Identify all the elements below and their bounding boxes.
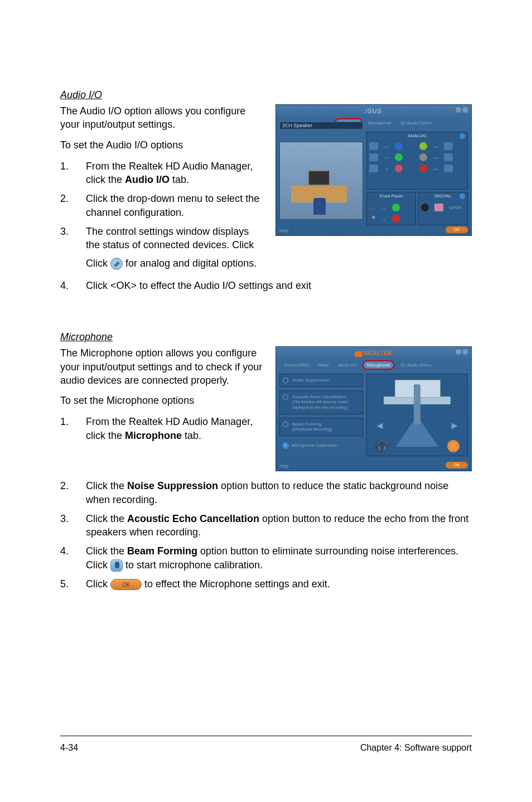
step-number: 4. bbox=[60, 544, 86, 572]
jack-red[interactable] bbox=[419, 165, 427, 172]
option-sublabel: (The function will become useful startin… bbox=[292, 400, 349, 409]
channel-dropdown[interactable]: 2CH Speaker bbox=[279, 122, 363, 129]
step-text: tab. bbox=[170, 174, 189, 185]
audio-step-1: 1. From the Realtek HD Audio Manager, cl… bbox=[60, 160, 265, 187]
step-text: for analog and digital options. bbox=[125, 258, 257, 269]
step-bold: Audio I/O bbox=[125, 174, 170, 185]
minimize-icon[interactable] bbox=[456, 107, 461, 113]
jack-front-red[interactable] bbox=[392, 215, 400, 223]
jack-grey[interactable] bbox=[419, 153, 427, 161]
calibrate-button[interactable] bbox=[447, 440, 460, 452]
option-label: Microphone Calibration bbox=[292, 443, 337, 448]
radio-icon[interactable] bbox=[283, 378, 288, 383]
wrench-icon bbox=[110, 258, 123, 270]
jack-lime[interactable] bbox=[419, 142, 427, 150]
step-text: to start microphone calibration. bbox=[123, 559, 263, 571]
step-text: tab. bbox=[182, 430, 201, 441]
step-number: 1. bbox=[60, 415, 86, 442]
minimize-icon[interactable] bbox=[456, 349, 461, 355]
jack-icon bbox=[369, 153, 378, 161]
radio-icon[interactable] bbox=[283, 422, 288, 427]
step-number: 2. bbox=[60, 479, 86, 506]
page-footer: 4-34 Chapter 4: Software support bbox=[60, 736, 472, 753]
help-link[interactable]: Help bbox=[279, 228, 288, 233]
mic-step-1: 1. From the Realtek HD Audio Manager, cl… bbox=[60, 415, 265, 442]
window-controls[interactable] bbox=[456, 107, 468, 113]
step-number: 1. bbox=[60, 160, 86, 187]
panel-title: DIGITAL bbox=[434, 194, 452, 199]
tab-mixer[interactable]: Mixer bbox=[315, 361, 333, 369]
step-text: to effect the Microphone settings and ex… bbox=[142, 578, 330, 590]
digital-panel: DIGITAL S/PDIF bbox=[418, 192, 468, 225]
jack-pink[interactable] bbox=[395, 165, 403, 172]
ok-button[interactable]: OK bbox=[446, 226, 468, 233]
radio-icon[interactable] bbox=[283, 394, 288, 400]
option-sublabel: (Directional Recording) bbox=[292, 427, 332, 431]
tab-audio-io[interactable]: Audio I/O bbox=[335, 361, 360, 369]
jack-digital[interactable] bbox=[421, 204, 429, 211]
jack-green[interactable] bbox=[395, 153, 403, 161]
option-label: Acoustic Echo Cancellation bbox=[292, 394, 346, 399]
option-label: Beam Forming bbox=[292, 422, 321, 427]
audio-io-heading: Audio I/O bbox=[60, 89, 472, 101]
settings-wrench-icon[interactable] bbox=[460, 133, 465, 139]
jack-front-green[interactable] bbox=[392, 204, 400, 211]
echo-cancellation-option[interactable]: Acoustic Echo Cancellation (The function… bbox=[279, 390, 363, 414]
audio-io-intro: The Audio I/O option allows you configur… bbox=[60, 104, 265, 132]
mic-calibration-option[interactable]: i Microphone Calibration bbox=[279, 439, 363, 452]
mic-step-4: 4. Click the Beam Forming option button … bbox=[60, 544, 472, 572]
step-number: 2. bbox=[60, 192, 86, 219]
front-panel: Front Panel 🎧→ 🎤→ bbox=[366, 192, 416, 225]
tab-microphone[interactable]: Microphone bbox=[362, 360, 395, 370]
tab-3d-audio-demo[interactable]: 3D Audio Demo bbox=[396, 119, 434, 127]
chapter-label: Chapter 4: Software support bbox=[360, 743, 472, 753]
audio-io-subintro: To set the Audio I/O options bbox=[60, 138, 265, 152]
step-number: 5. bbox=[60, 577, 86, 591]
step-number: 3. bbox=[60, 225, 86, 252]
tab-3d-audio-demo[interactable]: 3D Audio Demo bbox=[396, 361, 434, 369]
jack-blue[interactable] bbox=[395, 142, 403, 150]
step-text: Click the bbox=[86, 480, 127, 491]
close-icon[interactable] bbox=[462, 107, 468, 113]
step-number: 4. bbox=[60, 279, 86, 292]
step-text: Click <OK> to effect the Audio I/O setti… bbox=[86, 279, 472, 292]
mic-visual-panel: ◄► 🎧 bbox=[366, 374, 468, 456]
step-bold: Noise Suppression bbox=[127, 480, 218, 491]
step-text: Click the bbox=[86, 513, 127, 524]
jack-icon bbox=[369, 142, 378, 150]
audio-step-2: 2. Click the drop-down menu to select th… bbox=[60, 192, 265, 219]
tab-bar: Sound Effect Mixer Audio I/O Microphone … bbox=[276, 359, 471, 370]
ok-button[interactable]: OK bbox=[446, 462, 468, 468]
brand-logo: /SUS bbox=[365, 108, 382, 114]
beam-cone-graphic bbox=[396, 416, 438, 447]
microphone-intro: The Microphone option allows you configu… bbox=[60, 346, 265, 387]
info-icon[interactable]: i bbox=[282, 442, 289, 449]
speaker-icon bbox=[444, 142, 453, 150]
microphone-screenshot: REALTEK Sound Effect Mixer Audio I/O Mic… bbox=[275, 346, 472, 471]
step-text: Click the bbox=[86, 545, 127, 557]
tab-microphone[interactable]: Microphone bbox=[365, 119, 395, 127]
step-text: Click bbox=[86, 258, 110, 269]
realtek-crab-icon bbox=[355, 351, 362, 357]
beam-forming-option[interactable]: Beam Forming (Directional Recording) bbox=[279, 418, 363, 436]
jack-icon bbox=[369, 165, 378, 172]
settings-wrench-icon[interactable] bbox=[460, 194, 465, 199]
step-text: The control settings window displays the… bbox=[86, 226, 254, 250]
step-bold: Beam Forming bbox=[127, 545, 197, 557]
brand-logo: REALTEK bbox=[355, 350, 392, 357]
headphones-button[interactable]: 🎧 bbox=[375, 440, 387, 452]
mic-step-2: 2. Click the Noise Suppression option bu… bbox=[60, 479, 472, 506]
page-number: 4-34 bbox=[60, 743, 78, 753]
ok-button-graphic: OK bbox=[110, 579, 142, 590]
noise-suppression-option[interactable]: Noise Suppression bbox=[279, 374, 363, 387]
step-bold: Microphone bbox=[125, 430, 182, 441]
mic-step-5: 5. Click OK to effect the Microphone set… bbox=[60, 577, 472, 591]
mic-stand-graphic bbox=[414, 384, 420, 424]
help-link[interactable]: Help bbox=[279, 463, 288, 468]
close-icon[interactable] bbox=[462, 349, 468, 355]
panel-title: Front Panel bbox=[380, 194, 403, 199]
tab-sound-effect[interactable]: Sound Effect bbox=[280, 361, 313, 369]
step-text: Click bbox=[86, 578, 110, 590]
mic-icon bbox=[444, 165, 453, 172]
window-controls[interactable] bbox=[456, 349, 468, 355]
